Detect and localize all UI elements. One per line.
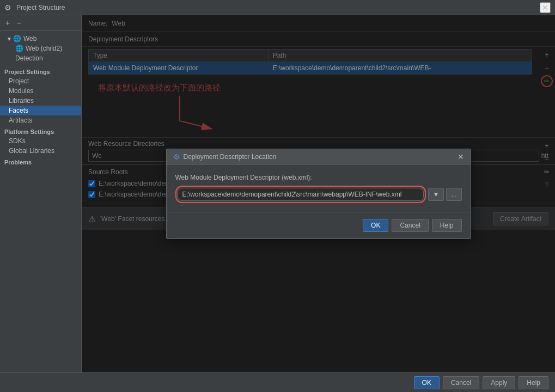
tree-web-child-label: Web (child2) [26,45,62,52]
remove-button[interactable]: − [14,17,23,28]
problems-section: Problems [0,156,81,167]
modal-overlay: ⚙ Deployment Descriptor Location ✕ Web M… [82,15,555,372]
tree-arrow-icon: ▼ [7,36,13,42]
modal-browse-button[interactable]: ... [446,188,461,201]
sdks-label: SDKs [9,137,26,145]
bottom-cancel-button[interactable]: Cancel [443,376,479,389]
modal-body: Web Module Deployment Descriptor (web.xm… [167,165,471,212]
tree-detection-node[interactable]: Detection [4,53,77,63]
bottom-apply-button[interactable]: Apply [483,376,515,389]
modal-footer: OK Cancel Help [167,212,471,238]
deployment-descriptor-modal: ⚙ Deployment Descriptor Location ✕ Web M… [166,149,471,239]
sidebar-item-global-libraries[interactable]: Global Libraries [0,146,81,156]
sidebar-item-sdks[interactable]: SDKs [0,136,81,146]
right-panel: Name: Web Deployment Descriptors Type Pa… [82,15,555,372]
modal-icon: ⚙ [173,152,180,161]
close-button[interactable]: ✕ [540,2,551,13]
module-icon: 🌐 [13,35,21,42]
tree-web-node[interactable]: ▼ 🌐 Web [4,34,77,44]
platform-settings-section: Platform Settings [0,125,81,136]
tree-detection-label: Detection [15,54,43,62]
artifacts-label: Artifacts [9,117,32,124]
modules-label: Modules [9,87,33,95]
modal-help-button[interactable]: Help [432,219,462,232]
sidebar: + − ▼ 🌐 Web 🌐 Web (child2) Det [0,15,82,372]
modal-cancel-button[interactable]: Cancel [392,219,428,232]
facets-label: Facets [9,107,28,114]
sidebar-item-artifacts[interactable]: Artifacts [0,115,81,125]
modal-input-wrapper [175,186,426,203]
main-content: + − ▼ 🌐 Web 🌐 Web (child2) Det [0,15,555,372]
project-label: Project [9,77,29,85]
bottom-help-button[interactable]: Help [519,376,548,389]
project-settings-section: Project Settings [0,65,81,76]
modal-title-text: Deployment Descriptor Location [184,153,458,161]
window-icon: ⚙ [4,3,13,12]
title-bar: ⚙ Project Structure ✕ [0,0,555,15]
sidebar-item-libraries[interactable]: Libraries [0,96,81,106]
bottom-ok-button[interactable]: OK [414,376,440,389]
sidebar-item-facets[interactable]: Facets [0,106,81,115]
project-structure-window: ⚙ Project Structure ✕ + − ▼ 🌐 Web 🌐 [0,0,555,392]
sidebar-item-project[interactable]: Project [0,76,81,86]
sidebar-item-modules[interactable]: Modules [0,86,81,96]
global-libraries-label: Global Libraries [9,147,54,155]
tree-web-child-node[interactable]: 🌐 Web (child2) [4,44,77,53]
modal-dropdown-button[interactable]: ▼ [428,188,444,201]
modal-ok-button[interactable]: OK [363,219,388,232]
add-button[interactable]: + [3,17,12,28]
libraries-label: Libraries [9,97,34,105]
modal-label: Web Module Deployment Descriptor (web.xm… [175,174,462,181]
modal-path-input[interactable] [178,188,424,201]
child-module-icon: 🌐 [15,45,23,52]
modal-title-bar: ⚙ Deployment Descriptor Location ✕ [167,149,471,165]
window-title: Project Structure [16,4,540,11]
bottom-bar: OK Cancel Apply Help [0,372,555,392]
modal-close-button[interactable]: ✕ [458,152,464,161]
modal-input-row: ▼ ... [175,186,462,203]
tree-web-label: Web [23,35,36,42]
sidebar-toolbar: + − [0,15,81,30]
sidebar-tree: ▼ 🌐 Web 🌐 Web (child2) Detection Project… [0,30,81,372]
